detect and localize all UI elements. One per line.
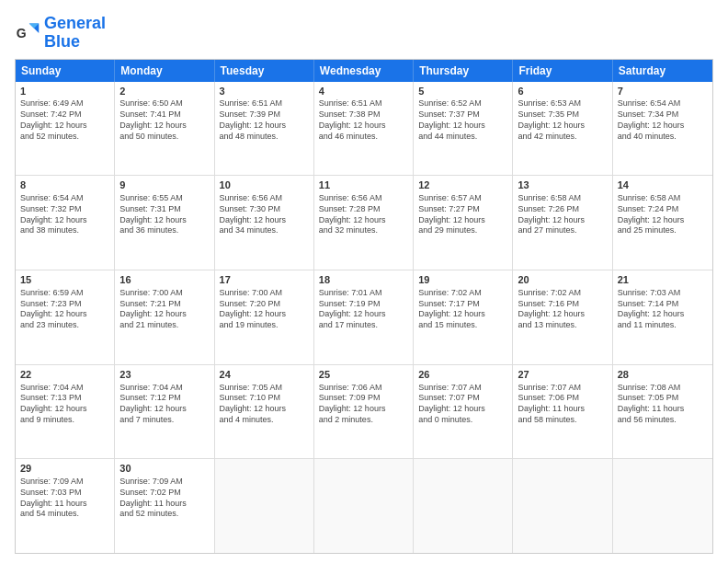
day-info: Sunrise: 7:03 AM Sunset: 7:14 PM Dayligh… bbox=[618, 288, 708, 331]
day-11: 11Sunrise: 6:56 AM Sunset: 7:28 PM Dayli… bbox=[314, 176, 414, 270]
day-number: 2 bbox=[119, 85, 209, 98]
day-23: 23Sunrise: 7:04 AM Sunset: 7:12 PM Dayli… bbox=[115, 365, 214, 459]
day-2: 2Sunrise: 6:50 AM Sunset: 7:41 PM Daylig… bbox=[115, 82, 214, 176]
day-info: Sunrise: 7:04 AM Sunset: 7:13 PM Dayligh… bbox=[20, 383, 109, 426]
day-number: 14 bbox=[618, 178, 708, 192]
day-info: Sunrise: 6:51 AM Sunset: 7:38 PM Dayligh… bbox=[319, 98, 408, 142]
day-info: Sunrise: 6:58 AM Sunset: 7:24 PM Dayligh… bbox=[618, 193, 708, 236]
header-friday: Friday bbox=[513, 60, 612, 82]
empty-cell bbox=[414, 459, 513, 553]
day-number: 30 bbox=[119, 462, 209, 476]
day-15: 15Sunrise: 6:59 AM Sunset: 7:23 PM Dayli… bbox=[16, 270, 115, 364]
day-info: Sunrise: 6:50 AM Sunset: 7:41 PM Dayligh… bbox=[119, 98, 209, 142]
day-12: 12Sunrise: 6:57 AM Sunset: 7:27 PM Dayli… bbox=[414, 176, 513, 270]
empty-cell bbox=[613, 459, 712, 553]
day-number: 18 bbox=[319, 273, 408, 287]
day-number: 23 bbox=[119, 368, 209, 382]
logo-text: GeneralBlue bbox=[44, 15, 106, 52]
day-number: 20 bbox=[518, 273, 607, 287]
day-info: Sunrise: 6:51 AM Sunset: 7:39 PM Dayligh… bbox=[220, 98, 309, 142]
day-25: 25Sunrise: 7:06 AM Sunset: 7:09 PM Dayli… bbox=[314, 365, 414, 459]
day-number: 4 bbox=[319, 85, 408, 98]
day-number: 28 bbox=[618, 368, 708, 382]
header-thursday: Thursday bbox=[414, 60, 513, 82]
day-number: 5 bbox=[418, 85, 507, 98]
empty-cell bbox=[314, 459, 414, 553]
header-monday: Monday bbox=[115, 60, 214, 82]
day-6: 6Sunrise: 6:53 AM Sunset: 7:35 PM Daylig… bbox=[513, 82, 612, 176]
day-number: 19 bbox=[418, 273, 507, 287]
calendar-row-4: 29Sunrise: 7:09 AM Sunset: 7:03 PM Dayli… bbox=[16, 459, 712, 553]
day-info: Sunrise: 6:53 AM Sunset: 7:35 PM Dayligh… bbox=[518, 98, 607, 142]
day-info: Sunrise: 6:52 AM Sunset: 7:37 PM Dayligh… bbox=[418, 98, 507, 142]
calendar-row-3: 22Sunrise: 7:04 AM Sunset: 7:13 PM Dayli… bbox=[16, 365, 712, 460]
day-number: 7 bbox=[618, 85, 708, 98]
day-info: Sunrise: 7:02 AM Sunset: 7:16 PM Dayligh… bbox=[518, 288, 607, 331]
day-info: Sunrise: 7:00 AM Sunset: 7:21 PM Dayligh… bbox=[119, 288, 209, 331]
calendar-body: 1Sunrise: 6:49 AM Sunset: 7:42 PM Daylig… bbox=[16, 82, 712, 553]
day-info: Sunrise: 7:07 AM Sunset: 7:06 PM Dayligh… bbox=[518, 383, 607, 426]
day-14: 14Sunrise: 6:58 AM Sunset: 7:24 PM Dayli… bbox=[613, 176, 712, 270]
header-saturday: Saturday bbox=[613, 60, 712, 82]
day-7: 7Sunrise: 6:54 AM Sunset: 7:34 PM Daylig… bbox=[613, 82, 712, 176]
day-26: 26Sunrise: 7:07 AM Sunset: 7:07 PM Dayli… bbox=[414, 365, 513, 459]
day-info: Sunrise: 6:54 AM Sunset: 7:34 PM Dayligh… bbox=[618, 98, 708, 142]
day-number: 24 bbox=[220, 368, 309, 382]
day-info: Sunrise: 7:00 AM Sunset: 7:20 PM Dayligh… bbox=[220, 288, 309, 331]
day-21: 21Sunrise: 7:03 AM Sunset: 7:14 PM Dayli… bbox=[613, 270, 712, 364]
day-info: Sunrise: 7:01 AM Sunset: 7:19 PM Dayligh… bbox=[319, 288, 408, 331]
day-info: Sunrise: 7:05 AM Sunset: 7:10 PM Dayligh… bbox=[220, 383, 309, 426]
day-number: 15 bbox=[20, 273, 109, 287]
day-27: 27Sunrise: 7:07 AM Sunset: 7:06 PM Dayli… bbox=[513, 365, 612, 459]
day-info: Sunrise: 6:55 AM Sunset: 7:31 PM Dayligh… bbox=[119, 193, 209, 236]
header-sunday: Sunday bbox=[16, 60, 115, 82]
day-info: Sunrise: 7:07 AM Sunset: 7:07 PM Dayligh… bbox=[418, 383, 507, 426]
day-1: 1Sunrise: 6:49 AM Sunset: 7:42 PM Daylig… bbox=[16, 82, 115, 176]
day-number: 12 bbox=[418, 178, 507, 192]
day-info: Sunrise: 6:49 AM Sunset: 7:42 PM Dayligh… bbox=[20, 98, 109, 142]
day-16: 16Sunrise: 7:00 AM Sunset: 7:21 PM Dayli… bbox=[115, 270, 214, 364]
calendar-row-2: 15Sunrise: 6:59 AM Sunset: 7:23 PM Dayli… bbox=[16, 270, 712, 365]
day-info: Sunrise: 7:02 AM Sunset: 7:17 PM Dayligh… bbox=[418, 288, 507, 331]
day-number: 16 bbox=[119, 273, 209, 287]
day-number: 3 bbox=[220, 85, 309, 98]
logo: G GeneralBlue bbox=[15, 15, 106, 52]
day-info: Sunrise: 6:56 AM Sunset: 7:30 PM Dayligh… bbox=[220, 193, 309, 236]
empty-cell bbox=[513, 459, 612, 553]
day-22: 22Sunrise: 7:04 AM Sunset: 7:13 PM Dayli… bbox=[16, 365, 115, 459]
calendar: Sunday Monday Tuesday Wednesday Thursday… bbox=[15, 59, 713, 554]
day-20: 20Sunrise: 7:02 AM Sunset: 7:16 PM Dayli… bbox=[513, 270, 612, 364]
day-info: Sunrise: 7:06 AM Sunset: 7:09 PM Dayligh… bbox=[319, 383, 408, 426]
day-24: 24Sunrise: 7:05 AM Sunset: 7:10 PM Dayli… bbox=[215, 365, 314, 459]
day-number: 9 bbox=[119, 178, 209, 192]
calendar-header: Sunday Monday Tuesday Wednesday Thursday… bbox=[16, 60, 712, 82]
day-number: 11 bbox=[319, 178, 408, 192]
day-info: Sunrise: 6:58 AM Sunset: 7:26 PM Dayligh… bbox=[518, 193, 607, 236]
day-29: 29Sunrise: 7:09 AM Sunset: 7:03 PM Dayli… bbox=[16, 459, 115, 553]
day-number: 21 bbox=[618, 273, 708, 287]
day-10: 10Sunrise: 6:56 AM Sunset: 7:30 PM Dayli… bbox=[215, 176, 314, 270]
day-5: 5Sunrise: 6:52 AM Sunset: 7:37 PM Daylig… bbox=[414, 82, 513, 176]
day-28: 28Sunrise: 7:08 AM Sunset: 7:05 PM Dayli… bbox=[613, 365, 712, 459]
day-8: 8Sunrise: 6:54 AM Sunset: 7:32 PM Daylig… bbox=[16, 176, 115, 270]
day-18: 18Sunrise: 7:01 AM Sunset: 7:19 PM Dayli… bbox=[314, 270, 414, 364]
day-info: Sunrise: 6:59 AM Sunset: 7:23 PM Dayligh… bbox=[20, 288, 109, 331]
day-info: Sunrise: 6:54 AM Sunset: 7:32 PM Dayligh… bbox=[20, 193, 109, 236]
day-info: Sunrise: 6:56 AM Sunset: 7:28 PM Dayligh… bbox=[319, 193, 408, 236]
calendar-row-0: 1Sunrise: 6:49 AM Sunset: 7:42 PM Daylig… bbox=[16, 82, 712, 177]
calendar-row-1: 8Sunrise: 6:54 AM Sunset: 7:32 PM Daylig… bbox=[16, 176, 712, 270]
day-number: 1 bbox=[20, 85, 109, 98]
day-number: 17 bbox=[220, 273, 309, 287]
day-number: 8 bbox=[20, 178, 109, 192]
logo-icon: G bbox=[15, 20, 40, 46]
day-number: 22 bbox=[20, 368, 109, 382]
svg-text:G: G bbox=[17, 26, 27, 40]
day-number: 27 bbox=[518, 368, 607, 382]
header-tuesday: Tuesday bbox=[215, 60, 314, 82]
day-number: 26 bbox=[418, 368, 507, 382]
day-13: 13Sunrise: 6:58 AM Sunset: 7:26 PM Dayli… bbox=[513, 176, 612, 270]
day-info: Sunrise: 7:09 AM Sunset: 7:02 PM Dayligh… bbox=[119, 477, 209, 520]
day-3: 3Sunrise: 6:51 AM Sunset: 7:39 PM Daylig… bbox=[215, 82, 314, 176]
day-info: Sunrise: 7:09 AM Sunset: 7:03 PM Dayligh… bbox=[20, 477, 109, 520]
day-number: 10 bbox=[220, 178, 309, 192]
